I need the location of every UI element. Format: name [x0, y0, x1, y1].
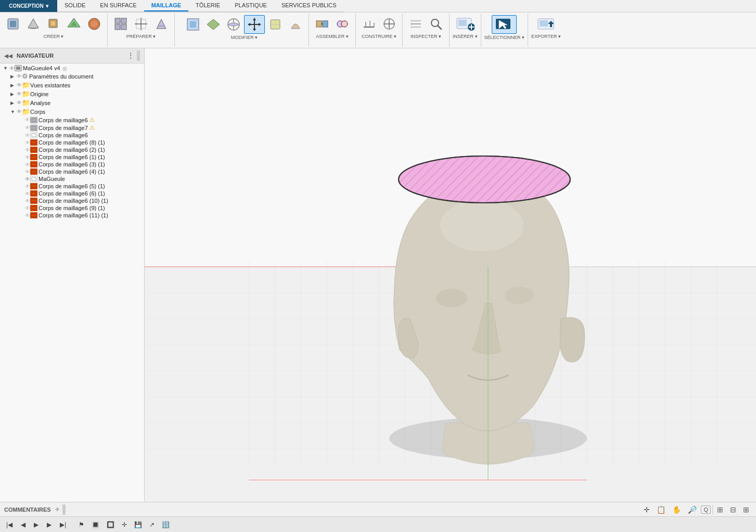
nav-item-mesh6b[interactable]: 👁 Corps de maillage6	[0, 132, 144, 139]
vis-origine[interactable]: 👁	[17, 91, 22, 97]
tool-move-btn[interactable]: ✛	[641, 504, 652, 515]
vis-mesh4[interactable]: 👁	[25, 169, 30, 175]
tab-maillage[interactable]: MAILLAGE	[144, 0, 188, 11]
vis-mesh6c[interactable]: 👁	[25, 191, 30, 197]
btn-foot-1[interactable]: ⚑	[75, 520, 87, 529]
btn-foot-2[interactable]: 🔳	[88, 520, 102, 529]
tool-pan-btn[interactable]: ✋	[670, 504, 684, 515]
btn-asm-1[interactable]	[312, 15, 332, 33]
btn-insert-1[interactable]	[453, 15, 477, 33]
btn-creer-5[interactable]	[84, 15, 104, 33]
vis-mesh6a[interactable]: 👁	[25, 117, 30, 123]
vis-mesh2[interactable]: 👁	[25, 147, 30, 153]
tool-display-btn[interactable]: ⊟	[727, 504, 739, 515]
btn-foot-5[interactable]: 💾	[131, 520, 145, 529]
nav-collapse-btn[interactable]: ◀◀	[4, 53, 12, 59]
vis-mesh3[interactable]: 👁	[25, 162, 30, 167]
btn-select-1[interactable]	[492, 15, 517, 34]
nav-item-mesh7[interactable]: 👁 Corps de maillage7 ⚠	[0, 124, 144, 132]
vis-mesh10[interactable]: 👁	[25, 198, 30, 204]
vis-mesh9[interactable]: 👁	[25, 205, 30, 211]
nav-resize-handle[interactable]	[137, 50, 140, 61]
arrow-params[interactable]: ▶	[10, 74, 17, 79]
arrow-root[interactable]: ▼	[3, 66, 9, 71]
btn-prep-1[interactable]	[111, 15, 131, 33]
btn-mod-4[interactable]	[265, 15, 285, 34]
tool-grid-btn[interactable]: ⊞	[714, 504, 726, 515]
nav-item-mesh5[interactable]: 👁 Corps de maillage6 (5) (1)	[0, 183, 144, 190]
btn-prep-2[interactable]	[131, 15, 151, 33]
btn-nav-next[interactable]: ▶	[44, 520, 55, 529]
btn-mod-2[interactable]	[203, 15, 223, 34]
btn-creer-4[interactable]	[64, 15, 84, 33]
comments-add-btn[interactable]: ✛	[55, 507, 59, 512]
vis-analyse[interactable]: 👁	[17, 100, 22, 106]
btn-mod-3[interactable]	[224, 15, 244, 34]
vis-params[interactable]: 👁	[17, 73, 22, 79]
nav-item-analyse[interactable]: ▶ 👁 📁 Analyse	[0, 98, 144, 107]
vis-mesh8[interactable]: 👁	[25, 140, 30, 146]
arrow-vues[interactable]: ▶	[10, 83, 17, 88]
nav-item-vues[interactable]: ▶ 👁 📁 Vues existantes	[0, 81, 144, 89]
tab-solide[interactable]: SOLIDE	[57, 0, 93, 11]
arrow-corps[interactable]: ▼	[10, 109, 17, 114]
vis-magueule[interactable]: 👁	[25, 176, 30, 182]
btn-foot-4[interactable]: ✛	[119, 520, 130, 529]
btn-foot-7[interactable]: 🔢	[159, 520, 173, 529]
vis-mesh5[interactable]: 👁	[25, 184, 30, 189]
btn-creer-3[interactable]	[44, 15, 63, 33]
btn-nav-start[interactable]: |◀	[3, 520, 16, 529]
vis-mesh1[interactable]: 👁	[25, 154, 30, 160]
nav-item-mesh3[interactable]: 👁 Corps de maillage6 (3) (1)	[0, 161, 144, 168]
tool-copy-btn[interactable]: 📋	[654, 504, 668, 515]
nav-item-mesh6a[interactable]: 👁 Corps de maillage6 ⚠	[0, 116, 144, 124]
nav-item-origine[interactable]: ▶ 👁 📁 Origine	[0, 89, 144, 98]
btn-mod-move[interactable]	[244, 15, 265, 34]
nav-options-btn[interactable]: ⋮	[127, 52, 134, 59]
nav-item-magueule[interactable]: 👁 MaGueule	[0, 175, 144, 183]
tool-zoom-btn[interactable]: 🔎	[685, 504, 699, 515]
tab-tolerie[interactable]: TÔLERIE	[188, 0, 227, 11]
vis-corps[interactable]: 👁	[17, 109, 22, 114]
nav-item-root[interactable]: ▼ 👁 MaGueule4 v4 ◎	[0, 64, 144, 72]
btn-prep-3[interactable]	[151, 15, 171, 33]
btn-mod-5[interactable]	[286, 15, 305, 34]
tab-en-surface[interactable]: EN SURFACE	[93, 0, 144, 11]
btn-con-2[interactable]	[379, 15, 399, 33]
btn-mod-1[interactable]	[183, 15, 203, 34]
tool-fit-btn[interactable]: Q	[701, 505, 711, 514]
nav-item-mesh8[interactable]: 👁 Corps de maillage6 (8) (1)	[0, 139, 144, 146]
conception-button[interactable]: CONCEPTION ▾	[0, 0, 57, 12]
btn-creer-1[interactable]	[3, 15, 23, 33]
vis-vues[interactable]: 👁	[17, 82, 22, 88]
btn-foot-6[interactable]: ↗	[146, 520, 158, 529]
tab-plastique[interactable]: PLASTIQUE	[227, 0, 274, 11]
comments-resize[interactable]	[62, 504, 66, 515]
nav-item-mesh1[interactable]: 👁 Corps de maillage6 (1) (1)	[0, 153, 144, 161]
tab-services-publics[interactable]: SERVICES PUBLICS	[274, 0, 344, 11]
btn-con-1[interactable]	[359, 15, 379, 33]
nav-item-mesh4[interactable]: 👁 Corps de maillage6 (4) (1)	[0, 168, 144, 175]
vis-mesh11[interactable]: 👁	[25, 213, 30, 218]
nav-item-mesh10[interactable]: 👁 Corps de maillage6 (10) (1)	[0, 197, 144, 204]
btn-ins-2[interactable]	[426, 15, 446, 33]
btn-creer-2[interactable]	[23, 15, 43, 33]
btn-nav-prev[interactable]: ◀	[18, 520, 29, 529]
nav-item-mesh2[interactable]: 👁 Corps de maillage6 (2) (1)	[0, 146, 144, 153]
btn-ins-1[interactable]	[406, 15, 426, 33]
btn-asm-2[interactable]	[332, 15, 352, 33]
btn-foot-3[interactable]: 🔲	[104, 520, 118, 529]
vis-mesh6b[interactable]: 👁	[25, 133, 30, 138]
nav-item-mesh9[interactable]: 👁 Corps de maillage6 (9) (1)	[0, 204, 144, 212]
btn-nav-play[interactable]: ▶	[31, 520, 42, 529]
nav-item-mesh6c[interactable]: 👁 Corps de maillage6 (6) (1)	[0, 190, 144, 197]
vis-mesh7[interactable]: 👁	[25, 125, 30, 131]
vis-root[interactable]: 👁	[9, 66, 15, 71]
arrow-origine[interactable]: ▶	[10, 92, 17, 97]
nav-item-corps[interactable]: ▼ 👁 📁 Corps	[0, 107, 144, 116]
nav-item-mesh11[interactable]: 👁 Corps de maillage6 (11) (1)	[0, 212, 144, 219]
viewport-3d[interactable]: AVANT Z	[145, 48, 756, 502]
tool-display2-btn[interactable]: ⊞	[740, 504, 752, 515]
arrow-analyse[interactable]: ▶	[10, 100, 17, 106]
btn-nav-end[interactable]: ▶|	[57, 520, 69, 529]
